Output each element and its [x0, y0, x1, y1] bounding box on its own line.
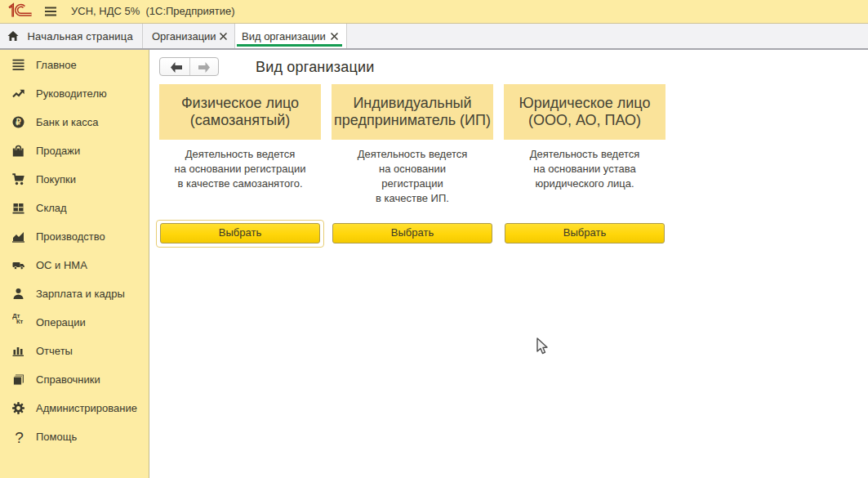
- svg-text:?: ?: [15, 429, 24, 446]
- svg-text:₽: ₽: [16, 118, 21, 127]
- svg-text:Кт: Кт: [16, 318, 24, 325]
